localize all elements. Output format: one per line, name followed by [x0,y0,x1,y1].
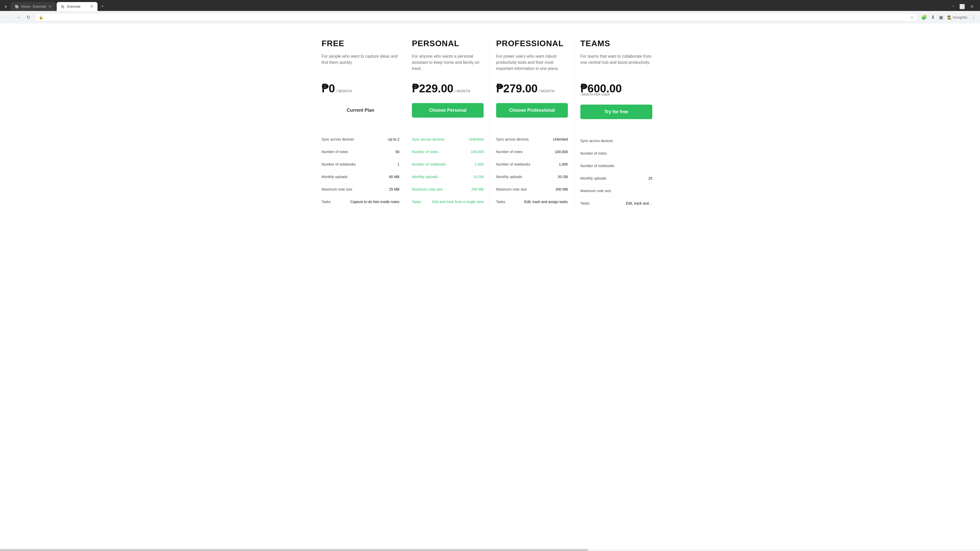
minimize-button[interactable]: − [950,4,956,9]
feature-row: Number of notes 50 [321,146,399,158]
new-tab-button[interactable]: + [99,3,107,10]
feature-value: 10 GB [473,175,484,179]
feature-value: 60 MB [389,175,399,179]
feature-name: Sync across devices [496,137,529,141]
feature-row: Number of notebooks 1,000 [412,158,484,171]
feature-value: Edit, track and assign tasks [525,200,568,204]
feature-row: Monthly uploads 25 [580,172,652,185]
plan-free-price-amount: ₱0 [321,82,335,95]
feature-name: Monthly uploads [496,175,522,179]
plan-free-name: FREE [321,39,399,48]
page-content: FREE For people who want to capture idea… [0,24,980,220]
plan-professional-price-period: / MONTH [539,89,555,93]
feature-row: Sync across devices Up to 2 [321,133,399,146]
reload-button[interactable]: ↻ [24,14,32,21]
feature-row: Monthly uploads 10 GB [412,171,484,183]
lock-icon: 🔒 [39,15,43,19]
feature-row: Maximum note size 200 MB [496,183,568,196]
plans-container: FREE For people who want to capture idea… [311,39,669,210]
feature-value: Edit, track and… [626,201,652,205]
back-button[interactable]: ← [3,14,12,21]
feature-value: 1 [397,162,399,166]
feature-name: Sync across devices [321,137,354,141]
navigation-toolbar: ← → ↻ 🔒 evernote.com/billy/subscriptions… [0,11,980,24]
feature-value: 50 [395,150,399,154]
feature-name: Sync across devices [580,139,613,143]
choose-professional-button[interactable]: Choose Professional [496,103,568,118]
tab-close-1[interactable]: ✕ [48,4,52,9]
address-bar[interactable]: 🔒 evernote.com/billy/subscriptions?mode=… [35,13,918,21]
feature-row: Number of notebooks 1 [321,158,399,171]
plan-personal-name: PERSONAL [412,39,484,48]
menu-icon[interactable]: ⋮ [970,14,977,21]
feature-name: Number of notebooks [496,162,530,166]
tab-evernote-label: Evernote [67,5,80,8]
feature-row: Maximum note size 25 MB [321,183,399,196]
close-button[interactable]: ✕ [968,4,976,10]
feature-name: Maximum note size [412,187,443,191]
plan-free-description: For people who want to capture ideas and… [321,53,399,74]
feature-row: Maximum note size 200 MB [412,183,484,196]
tab-evernote[interactable]: 🐘 Evernote ✕ [57,2,97,11]
plan-professional-price: ₱279.00 / MONTH [496,82,568,95]
plan-free-features: Sync across devices Up to 2 Number of no… [321,128,399,208]
feature-name: Sync across devices [412,137,445,141]
tab-evernote-icon-2: 🐘 [61,5,65,9]
forward-button[interactable]: → [14,14,22,21]
plan-free: FREE For people who want to capture idea… [321,39,406,210]
plan-personal: PERSONAL For anyone who wants a personal… [406,39,490,210]
choose-personal-button[interactable]: Choose Personal [412,103,484,118]
tab-bar: ▼ 🐘 Home - Evernote ✕ 🐘 Evernote ✕ + − ⬜… [0,0,980,11]
layout-icon[interactable]: ▣ [938,14,944,21]
feature-row: Number of notes [580,147,652,160]
feature-value: 200 MB [471,187,484,191]
feature-row: Sync across devices Unlimited [496,133,568,146]
feature-row: Number of notebooks [580,160,652,172]
feature-row: Sync across devices Unlimited [412,133,484,146]
feature-row: Tasks Capture to-do lists inside notes [321,196,399,208]
feature-name: Tasks [580,201,590,205]
feature-name: Number of notebooks [580,164,614,168]
feature-name: Maximum note size [580,189,611,193]
incognito-icon[interactable]: 🕵 Incognito [946,14,968,21]
tab-home-label: Home - Evernote [21,5,46,8]
feature-value: 25 MB [389,187,399,191]
plan-professional-features: Sync across devices Unlimited Number of … [496,128,568,208]
tab-home-evernote[interactable]: 🐘 Home - Evernote ✕ [11,2,56,11]
plan-personal-price-amount: ₱229.00 [412,82,453,95]
plan-personal-features: Sync across devices Unlimited Number of … [412,128,484,208]
feature-value: 200 MB [555,187,568,191]
download-icon[interactable]: ⬇ [930,14,936,21]
feature-value: Up to 2 [388,137,399,141]
browser-chrome: ▼ 🐘 Home - Evernote ✕ 🐘 Evernote ✕ + − ⬜… [0,0,980,24]
feature-name: Tasks [496,200,505,204]
feature-name: Maximum note size [496,187,527,191]
feature-name: Number of notes [412,150,438,154]
feature-name: Maximum note size [321,187,352,191]
feature-value: Unlimited [469,137,484,141]
tab-arrow[interactable]: ▼ [2,3,10,10]
feature-name: Monthly uploads [580,176,606,180]
toolbar-actions: 🧩 ⬇ ▣ 🕵 Incognito ⋮ [920,14,977,21]
feature-row: Tasks Edit, track and assign tasks [496,196,568,208]
feature-value: 100,000 [555,150,568,154]
feature-row: Number of notes 100,000 [496,146,568,158]
feature-row: Tasks Edit, track and… [580,197,652,210]
url-input[interactable]: evernote.com/billy/subscriptions?mode=up… [45,15,908,19]
feature-row: Tasks Edit and track from a single view [412,196,484,208]
feature-row: Sync across devices [580,135,652,147]
plan-teams-features: Sync across devices Number of notes Numb… [580,129,652,210]
feature-row: Monthly uploads 20 GB [496,171,568,183]
tab-close-2[interactable]: ✕ [90,4,94,9]
maximize-button[interactable]: ⬜ [957,4,967,10]
plan-free-price: ₱0 / MONTH [321,82,399,95]
try-for-free-button[interactable]: Try for free [580,105,652,119]
feature-value: Unlimited [553,137,568,141]
star-icon[interactable]: ☆ [910,15,914,20]
feature-name: Tasks [321,200,331,204]
window-controls: − ⬜ ✕ [950,4,978,10]
feature-value: 1,000 [475,162,484,166]
extensions-icon[interactable]: 🧩 [920,14,928,21]
plan-personal-description: For anyone who wants a personal assistan… [412,53,484,74]
feature-row: Maximum note size [580,185,652,197]
